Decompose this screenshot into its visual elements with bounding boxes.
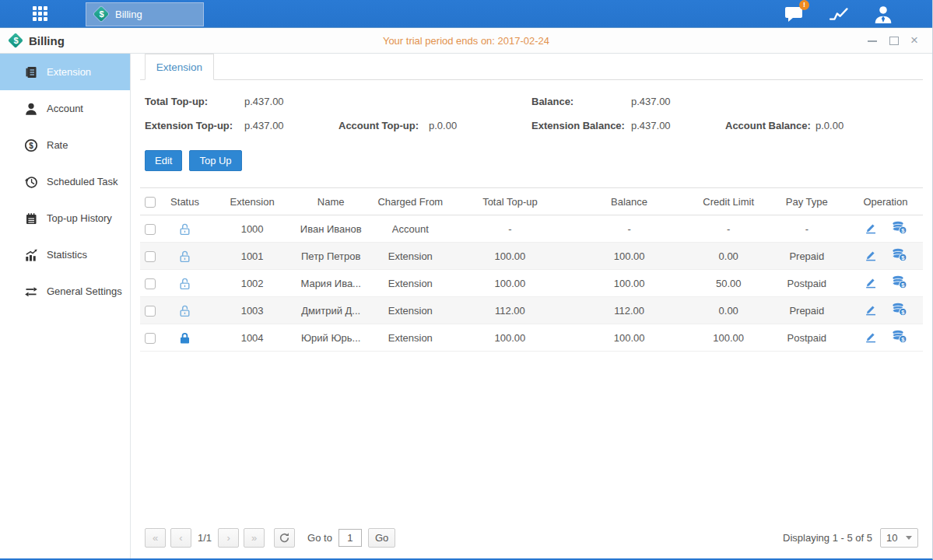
topbar-tab-label: Billing — [115, 9, 142, 20]
apps-grid-icon[interactable] — [26, 0, 53, 28]
sidebar-item-label: Extension — [47, 66, 91, 78]
table-row: 1003 Дмитрий Д... Extension 112.00 112.0… — [140, 297, 923, 324]
cell-pay-type: Postpaid — [766, 324, 848, 352]
user-icon[interactable] — [872, 4, 895, 24]
reports-chart-icon[interactable] — [827, 4, 851, 24]
cell-charged-from: Extension — [367, 243, 453, 270]
edit-pencil-icon[interactable] — [864, 303, 878, 319]
col-name: Name — [294, 188, 367, 215]
sidebar-item-rate[interactable]: $ Rate — [0, 127, 130, 163]
cell-total-topup: 100.00 — [453, 324, 566, 352]
dollar-circle-icon: $ — [24, 138, 38, 152]
messages-icon[interactable]: ! — [783, 4, 806, 24]
cell-name: Петр Петров — [294, 243, 367, 270]
sidebar-item-extension[interactable]: Extension — [0, 54, 130, 90]
balance-label: Balance: — [531, 94, 631, 110]
total-topup-label: Total Top-up: — [145, 94, 244, 110]
col-charged-from: Charged From — [367, 188, 453, 215]
col-pay-type: Pay Type — [766, 188, 848, 215]
sidebar-item-account[interactable]: Account — [0, 90, 130, 127]
lock-status-cell — [160, 297, 210, 324]
topup-coins-icon[interactable]: $ — [892, 247, 907, 264]
col-status: Status — [160, 188, 210, 215]
cell-charged-from: Account — [367, 215, 453, 243]
cell-pay-type: - — [766, 215, 848, 243]
notepad-icon — [24, 212, 38, 226]
next-page-button[interactable]: › — [218, 528, 239, 548]
close-icon[interactable]: × — [909, 35, 920, 46]
topup-coins-icon[interactable]: $ — [892, 302, 907, 319]
row-checkbox[interactable] — [145, 251, 156, 262]
topup-coins-icon[interactable]: $ — [892, 220, 907, 237]
cell-extension: 1001 — [210, 243, 294, 270]
last-page-button[interactable]: » — [244, 528, 265, 548]
account-balance-label: Account Balance: — [725, 118, 815, 134]
edit-button[interactable]: Edit — [145, 150, 182, 171]
col-balance: Balance — [567, 188, 692, 215]
billing-diamond-dollar-icon: $ — [94, 7, 109, 22]
col-credit-limit: Credit Limit — [692, 188, 766, 215]
col-extension: Extension — [210, 188, 294, 215]
sidebar-item-label: Statistics — [47, 249, 87, 261]
maximize-icon[interactable] — [888, 35, 899, 46]
cell-total-topup: 100.00 — [453, 243, 566, 270]
top-up-button[interactable]: Top Up — [189, 150, 241, 171]
lock-status-cell — [160, 215, 210, 243]
refresh-icon — [279, 532, 290, 544]
sidebar-item-label: Rate — [47, 139, 68, 151]
sidebar-item-label: Account — [47, 103, 83, 114]
first-page-button[interactable]: « — [145, 528, 166, 548]
prev-page-button[interactable]: ‹ — [170, 528, 191, 548]
cell-balance: 112.00 — [567, 297, 692, 324]
topbar-tab-billing[interactable]: $ Billing — [86, 2, 204, 26]
bar-chart-arrow-icon — [24, 248, 38, 262]
row-checkbox[interactable] — [145, 306, 156, 317]
pagination-bar: « ‹ 1/1 › » Go to Go Displaying 1 — [140, 523, 923, 558]
sidebar-item-statistics[interactable]: Statistics — [0, 236, 130, 273]
edit-pencil-icon[interactable] — [864, 330, 878, 346]
goto-page-input[interactable] — [338, 529, 362, 547]
select-all-checkbox[interactable] — [145, 197, 156, 208]
sidebar-item-general-settings[interactable]: General Settings — [0, 273, 130, 310]
main-content: Extension Total Top-up: p.437.00 Extensi… — [131, 54, 932, 558]
page-indicator: 1/1 — [198, 532, 212, 544]
tab-extension[interactable]: Extension — [145, 54, 214, 80]
go-button[interactable]: Go — [368, 528, 395, 548]
lock-status-cell — [160, 243, 210, 270]
col-total-topup: Total Top-up — [453, 188, 566, 215]
edit-pencil-icon[interactable] — [864, 275, 878, 292]
window-title: Billing — [29, 34, 65, 47]
svg-text:$: $ — [29, 141, 33, 149]
col-operation: Operation — [848, 188, 923, 215]
extension-topup-value: p.437.00 — [244, 118, 338, 134]
ledger-icon — [24, 65, 38, 79]
messages-badge: ! — [799, 0, 809, 10]
cell-balance: 100.00 — [567, 324, 692, 352]
topup-coins-icon[interactable]: $ — [892, 329, 907, 346]
edit-pencil-icon[interactable] — [864, 248, 878, 264]
row-checkbox[interactable] — [145, 278, 156, 289]
sidebar-item-scheduled-task[interactable]: Scheduled Task — [0, 163, 130, 200]
refresh-button[interactable] — [274, 528, 295, 548]
extension-table-body: 1000 Иван Иванов Account - - - - — [140, 215, 923, 352]
edit-pencil-icon[interactable] — [864, 221, 878, 237]
cell-pay-type: Postpaid — [766, 270, 848, 297]
unlocked-icon — [178, 277, 191, 290]
billing-app-window: $ Billing ! — [0, 0, 933, 560]
page-size-select[interactable]: 10 — [880, 528, 918, 548]
minimize-icon[interactable] — [867, 35, 878, 46]
chevron-down-icon — [906, 536, 912, 540]
cell-balance: - — [567, 215, 692, 243]
cell-extension: 1003 — [210, 297, 294, 324]
cell-name: Дмитрий Д... — [294, 297, 367, 324]
topup-coins-icon[interactable]: $ — [892, 275, 907, 292]
account-balance-value: p.0.00 — [815, 118, 844, 134]
locked-icon — [178, 331, 191, 345]
row-checkbox[interactable] — [145, 333, 156, 344]
row-checkbox[interactable] — [145, 224, 156, 235]
sidebar-item-topup-history[interactable]: Top-up History — [0, 200, 130, 236]
table-row: 1004 Юрий Юрь... Extension 100.00 100.00… — [140, 324, 923, 352]
balance-summary: Total Top-up: p.437.00 Extension Top-up:… — [140, 80, 923, 142]
table-row: 1000 Иван Иванов Account - - - - — [140, 215, 923, 243]
cell-credit-limit: 0.00 — [692, 297, 766, 324]
